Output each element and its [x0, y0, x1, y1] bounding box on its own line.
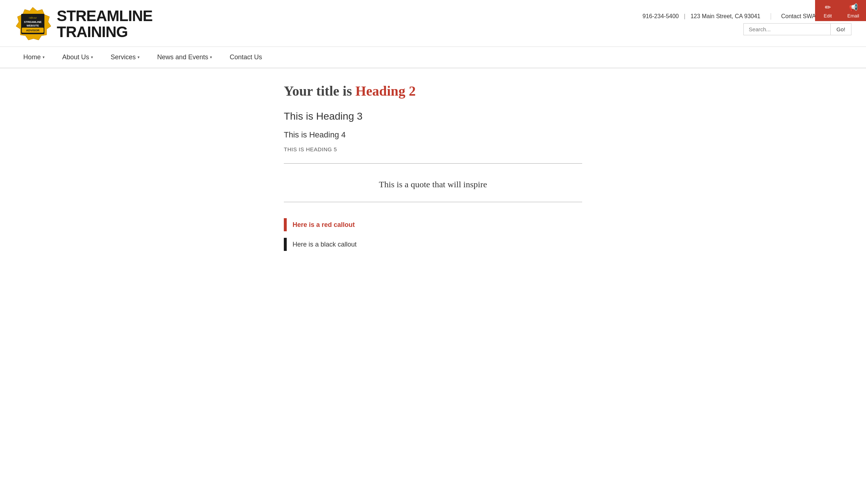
email-icon: 📢: [849, 3, 858, 12]
svg-text:STREAMLINE: STREAMLINE: [24, 20, 42, 24]
nav-home-arrow: ▾: [43, 55, 45, 60]
nav-contact-label: Contact Us: [230, 53, 262, 61]
edit-icon: ✏: [825, 3, 831, 12]
nav-news-arrow: ▾: [210, 55, 212, 60]
site-name-line2: TRAINING: [57, 24, 152, 40]
svg-text:Official: Official: [29, 16, 36, 19]
logo-area: ★ ★ Official STREAMLINE WEBSITE ADVISOR …: [15, 6, 152, 42]
site-header: ★ ★ Official STREAMLINE WEBSITE ADVISOR …: [0, 0, 866, 47]
page-heading-4: This is Heading 4: [284, 130, 582, 140]
nav-item-services: Services ▾: [102, 47, 148, 68]
page-heading-2: Your title is Heading 2: [284, 83, 582, 99]
badge-logo: ★ ★ Official STREAMLINE WEBSITE ADVISOR: [15, 6, 51, 42]
nav-item-contact: Contact Us: [221, 47, 271, 68]
page-heading-3: This is Heading 3: [284, 111, 582, 122]
nav-about-arrow: ▾: [91, 55, 93, 60]
phone-number: 916-234-5400: [643, 13, 679, 20]
top-toolbar: ✏ Edit 📢 Email: [815, 0, 866, 21]
callout-red: Here is a red callout: [284, 218, 582, 231]
divider: |: [684, 13, 685, 20]
page-heading-5: THIS IS HEADING 5: [284, 146, 582, 152]
nav-item-news: News and Events ▾: [148, 47, 221, 68]
nav-link-about[interactable]: About Us ▾: [53, 47, 102, 68]
heading-2-highlight: Heading 2: [355, 83, 416, 99]
callout-black-text: Here is a black callout: [293, 241, 357, 248]
nav-link-contact[interactable]: Contact Us: [221, 47, 271, 68]
heading-2-plain: Your title is: [284, 83, 355, 99]
search-input[interactable]: [743, 23, 831, 35]
nav-link-services[interactable]: Services ▾: [102, 47, 148, 68]
nav-services-arrow: ▾: [138, 55, 140, 60]
email-button[interactable]: 📢 Email: [841, 0, 866, 21]
nav-list: Home ▾ About Us ▾ Services ▾ News and Ev…: [15, 47, 851, 68]
email-label: Email: [847, 13, 859, 19]
callout-red-bar: [284, 218, 287, 231]
nav-item-about: About Us ▾: [53, 47, 102, 68]
site-nav: Home ▾ About Us ▾ Services ▾ News and Ev…: [0, 47, 866, 68]
search-row: Go!: [743, 23, 851, 35]
nav-services-label: Services: [111, 53, 136, 61]
nav-home-label: Home: [23, 53, 41, 61]
svg-text:★ ★: ★ ★: [30, 35, 36, 39]
nav-item-home: Home ▾: [15, 47, 53, 68]
divider-bottom: [284, 202, 582, 202]
svg-text:ADVISOR: ADVISOR: [26, 29, 40, 32]
callout-black: Here is a black callout: [284, 238, 582, 251]
edit-label: Edit: [824, 13, 832, 19]
search-go-button[interactable]: Go!: [831, 23, 851, 35]
quote-text: This is a quote that will inspire: [379, 180, 487, 189]
svg-text:WEBSITE: WEBSITE: [27, 24, 39, 27]
site-name-line1: STREAMLINE: [57, 8, 152, 24]
callout-red-text: Here is a red callout: [293, 221, 355, 229]
address: 123 Main Street, CA 93041: [691, 13, 760, 20]
site-name: STREAMLINE TRAINING: [57, 8, 152, 40]
callout-black-bar: [284, 238, 287, 251]
main-content: Your title is Heading 2 This is Heading …: [269, 83, 597, 251]
nav-news-label: News and Events: [157, 53, 208, 61]
divider-top: [284, 163, 582, 164]
quote-block: This is a quote that will inspire: [284, 171, 582, 198]
nav-link-news[interactable]: News and Events ▾: [148, 47, 221, 68]
nav-link-home[interactable]: Home ▾: [15, 47, 53, 68]
nav-about-label: About Us: [62, 53, 89, 61]
edit-button[interactable]: ✏ Edit: [815, 0, 841, 21]
